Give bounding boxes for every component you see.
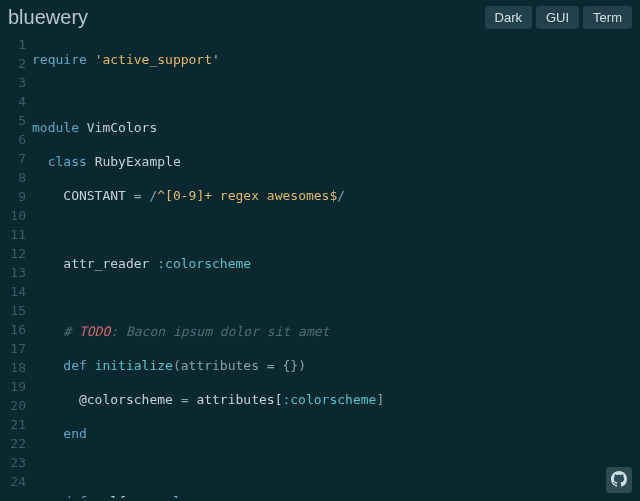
term-button[interactable]: Term xyxy=(583,6,632,29)
line-number: 15 xyxy=(0,301,26,320)
code-line: @colorscheme = attributes[:colorscheme] xyxy=(32,390,640,409)
code-line: attr_reader :colorscheme xyxy=(32,254,640,273)
line-number: 8 xyxy=(0,168,26,187)
identifier: attributes[ xyxy=(196,392,282,407)
code-line xyxy=(32,288,640,307)
code-line: class RubyExample xyxy=(32,152,640,171)
code-line: def self.examples xyxy=(32,492,640,498)
code-line xyxy=(32,84,640,103)
header-bar: bluewery Dark GUI Term xyxy=(0,0,640,33)
line-number-gutter: 1 2 3 4 5 6 7 8 9 10 11 12 13 14 15 16 1… xyxy=(0,35,32,498)
comment-hash: # xyxy=(63,324,79,339)
line-number: 14 xyxy=(0,282,26,301)
keyword-require: require xyxy=(32,52,87,67)
line-number: 12 xyxy=(0,244,26,263)
operator: = xyxy=(126,188,149,203)
class-name: RubyExample xyxy=(95,154,181,169)
comment-text: : Bacon ipsum dolor sit amet xyxy=(110,324,329,339)
module-name: VimColors xyxy=(87,120,157,135)
line-number: 21 xyxy=(0,415,26,434)
attr-reader: attr_reader xyxy=(63,256,149,271)
line-number: 17 xyxy=(0,339,26,358)
self-prefix: self. xyxy=(95,494,134,498)
line-number: 6 xyxy=(0,130,26,149)
code-line: def initialize(attributes = {}) xyxy=(32,356,640,375)
github-link[interactable] xyxy=(606,467,632,493)
keyword-def: def xyxy=(63,358,86,373)
line-number: 22 xyxy=(0,434,26,453)
line-number: 9 xyxy=(0,187,26,206)
bracket-close: ] xyxy=(376,392,384,407)
line-number: 5 xyxy=(0,111,26,130)
line-number: 16 xyxy=(0,320,26,339)
regex-body: ^[0-9]+ regex awesomes$ xyxy=(157,188,337,203)
code-area[interactable]: require 'active_support' module VimColor… xyxy=(32,35,640,498)
line-number: 20 xyxy=(0,396,26,415)
github-icon xyxy=(611,471,627,490)
dark-button[interactable]: Dark xyxy=(485,6,532,29)
line-number: 18 xyxy=(0,358,26,377)
method-name: examples xyxy=(134,494,197,498)
code-line: module VimColors xyxy=(32,118,640,137)
code-line xyxy=(32,458,640,477)
line-number: 7 xyxy=(0,149,26,168)
code-line: # TODO: Bacon ipsum dolor sit amet xyxy=(32,322,640,341)
code-line: require 'active_support' xyxy=(32,50,640,69)
keyword-module: module xyxy=(32,120,79,135)
line-number: 23 xyxy=(0,453,26,472)
comment-todo: TODO xyxy=(79,324,110,339)
symbol: :colorscheme xyxy=(157,256,251,271)
keyword-class: class xyxy=(48,154,87,169)
string-literal: 'active_support' xyxy=(95,52,220,67)
ivar: @colorscheme xyxy=(79,392,173,407)
line-number: 19 xyxy=(0,377,26,396)
operator: = xyxy=(173,392,196,407)
code-line: CONSTANT = /^[0-9]+ regex awesomes$/ xyxy=(32,186,640,205)
method-signature: (attributes = {}) xyxy=(173,358,306,373)
line-number: 3 xyxy=(0,73,26,92)
line-number: 2 xyxy=(0,54,26,73)
line-number: 1 xyxy=(0,35,26,54)
code-editor: 1 2 3 4 5 6 7 8 9 10 11 12 13 14 15 16 1… xyxy=(0,33,640,498)
line-number: 13 xyxy=(0,263,26,282)
regex-close: / xyxy=(337,188,345,203)
keyword-end: end xyxy=(63,426,86,441)
constant-name: CONSTANT xyxy=(63,188,126,203)
line-number: 4 xyxy=(0,92,26,111)
scheme-title: bluewery xyxy=(8,6,88,29)
symbol: :colorscheme xyxy=(282,392,376,407)
line-number: 11 xyxy=(0,225,26,244)
gui-button[interactable]: GUI xyxy=(536,6,579,29)
code-line xyxy=(32,220,640,239)
line-number: 10 xyxy=(0,206,26,225)
method-name: initialize xyxy=(95,358,173,373)
line-number: 24 xyxy=(0,472,26,491)
mode-buttons: Dark GUI Term xyxy=(485,6,632,29)
code-line: end xyxy=(32,424,640,443)
keyword-def: def xyxy=(63,494,86,498)
